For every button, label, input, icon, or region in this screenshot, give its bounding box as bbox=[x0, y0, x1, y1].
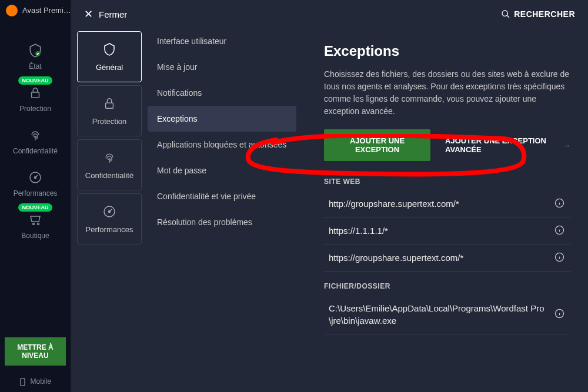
svg-point-4 bbox=[33, 223, 35, 225]
exception-row[interactable]: C:\Users\Emilie\AppData\Local\Programs\W… bbox=[324, 295, 570, 334]
svg-rect-6 bbox=[21, 378, 25, 386]
section-file-label: FICHIER/DOSSIER bbox=[324, 282, 570, 290]
rail-item-status[interactable]: État bbox=[0, 35, 71, 78]
search-icon bbox=[501, 9, 510, 19]
svg-rect-8 bbox=[106, 103, 113, 108]
svg-point-7 bbox=[502, 11, 507, 16]
cart-icon bbox=[27, 212, 44, 228]
close-icon: ✕ bbox=[84, 8, 93, 21]
menu-blocked-apps[interactable]: Applications bloquées et autorisées bbox=[148, 132, 296, 158]
exception-row[interactable]: https://1.1.1.1/* bbox=[324, 217, 570, 244]
gauge-icon bbox=[101, 203, 118, 220]
info-icon[interactable] bbox=[554, 309, 564, 320]
tab-general[interactable]: Général bbox=[77, 31, 142, 82]
rail-item-privacy[interactable]: Confidentialité bbox=[0, 120, 71, 162]
add-exception-button[interactable]: AJOUTER UNE EXCEPTION bbox=[324, 129, 430, 161]
svg-point-3 bbox=[35, 177, 36, 179]
settings-panel: ✕ Fermer RECHERCHER Général Protection C… bbox=[71, 0, 588, 392]
tab-performance[interactable]: Performances bbox=[77, 193, 142, 244]
new-badge: NOUVEAU bbox=[18, 76, 52, 85]
tab-protection[interactable]: Protection bbox=[77, 85, 142, 136]
close-button[interactable]: ✕ Fermer bbox=[84, 8, 127, 21]
tab-privacy[interactable]: Confidentialité bbox=[77, 139, 142, 190]
avast-logo-icon bbox=[6, 5, 18, 16]
page-description: Choisissez des fichiers, des dossiers ou… bbox=[324, 68, 570, 118]
rail-item-store[interactable]: NOUVEAU Boutique bbox=[0, 205, 71, 247]
exception-path: http://groupshare.supertext.com/* bbox=[329, 197, 549, 210]
shield-check-icon bbox=[27, 42, 44, 59]
button-row: AJOUTER UNE EXCEPTION AJOUTER UNE EXCEPT… bbox=[324, 129, 570, 161]
exception-row[interactable]: https://groupshare.supertext.com/* bbox=[324, 244, 570, 272]
settings-header: ✕ Fermer RECHERCHER bbox=[71, 0, 588, 28]
svg-point-10 bbox=[109, 210, 111, 212]
exception-path: https://1.1.1.1/* bbox=[329, 225, 549, 237]
gauge-icon bbox=[27, 169, 44, 186]
exception-path: https://groupshare.supertext.com/* bbox=[329, 252, 549, 264]
mobile-icon bbox=[19, 378, 26, 386]
menu-notifications[interactable]: Notifications bbox=[148, 80, 296, 106]
main-sidebar: État NOUVEAU Protection Confidentialité … bbox=[0, 21, 71, 392]
menu-privacy[interactable]: Confidentialité et vie privée bbox=[148, 183, 296, 209]
section-website-label: SITE WEB bbox=[324, 177, 570, 186]
svg-rect-1 bbox=[32, 92, 39, 98]
lock-icon bbox=[27, 85, 44, 101]
shield-icon bbox=[101, 41, 118, 58]
svg-point-5 bbox=[38, 223, 39, 225]
app-title: Avast Premi… bbox=[22, 6, 71, 15]
arrow-right-icon: → bbox=[563, 141, 570, 150]
search-button[interactable]: RECHERCHER bbox=[501, 9, 575, 19]
info-icon[interactable] bbox=[554, 225, 564, 237]
rail-item-performance[interactable]: Performances bbox=[0, 162, 71, 205]
upgrade-button[interactable]: METTRE À NIVEAU bbox=[5, 337, 66, 366]
mobile-link[interactable]: Mobile bbox=[0, 377, 71, 386]
menu-password[interactable]: Mot de passe bbox=[148, 158, 296, 183]
info-icon[interactable] bbox=[554, 198, 564, 210]
exception-row[interactable]: http://groupshare.supertext.com/* bbox=[324, 190, 570, 217]
exception-path: C:\Users\Emilie\AppData\Local\Programs\W… bbox=[329, 302, 549, 327]
settings-categories: Général Protection Confidentialité Perfo… bbox=[77, 28, 142, 392]
content-area: Exceptions Choisissez des fichiers, des … bbox=[315, 28, 588, 392]
fingerprint-icon bbox=[27, 127, 44, 143]
rail-item-protection[interactable]: NOUVEAU Protection bbox=[0, 78, 71, 120]
info-icon[interactable] bbox=[554, 252, 564, 264]
settings-menu: Interface utilisateur Mise à jour Notifi… bbox=[148, 28, 298, 392]
page-title: Exceptions bbox=[324, 43, 570, 59]
new-badge: NOUVEAU bbox=[18, 203, 52, 212]
lock-icon bbox=[101, 95, 118, 112]
menu-update[interactable]: Mise à jour bbox=[148, 54, 296, 80]
add-advanced-exception-button[interactable]: AJOUTER UNE EXCEPTION AVANCÉE → bbox=[445, 136, 570, 154]
menu-exceptions[interactable]: Exceptions bbox=[148, 106, 296, 132]
menu-ui[interactable]: Interface utilisateur bbox=[148, 28, 296, 54]
fingerprint-icon bbox=[101, 149, 118, 166]
menu-troubleshoot[interactable]: Résolution des problèmes bbox=[148, 209, 296, 235]
